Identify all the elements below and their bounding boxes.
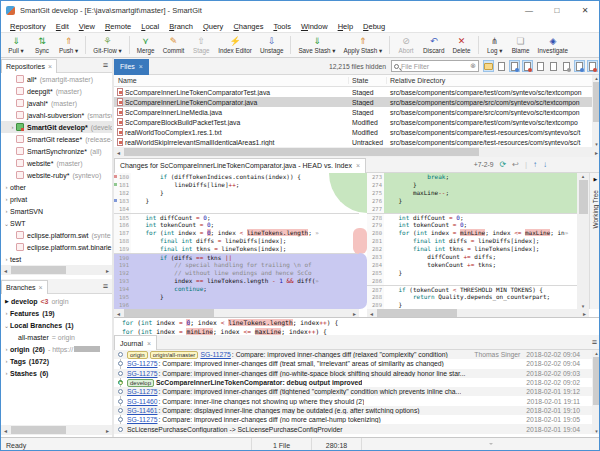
expander-icon[interactable]: ⌄ [3,322,10,329]
undo-icon[interactable]: ↩ [512,160,519,169]
file-filter-removed-icon[interactable] [561,60,572,72]
repository-item[interactable]: eclipse.platform.swt.binarie [1,241,112,253]
file-row[interactable]: ScCompareInnerLineMedia.javaStagedsrc/ba… [114,107,592,117]
clear-filter-icon[interactable]: ⊗ [470,62,476,70]
file-row[interactable]: realWorldTooComplex1.res.1.txtModifiedsr… [114,127,592,137]
tab-repositories[interactable]: Repositories × [1,59,57,73]
journal-commit-row[interactable]: SG-11275: Compare: improved inner-change… [114,415,592,424]
diff-line[interactable]: 191 // special handling for trailing \n … [114,261,359,269]
tab-journal[interactable]: Journal × [114,335,157,350]
menu-item-local[interactable]: Local [136,22,164,31]
repository-item[interactable]: ›other [1,181,112,193]
menu-item-query[interactable]: Query [198,22,228,31]
diff-line[interactable]: 184 [114,205,359,213]
journal-commit-row[interactable]: SG-11275: Compare: improved inner-change… [114,359,592,368]
repositories-hscrollbar[interactable]: ◂ ▸ [1,265,112,275]
file-filter-conflict-icon[interactable] [587,60,598,72]
journal-menu-icon[interactable]: ≡ [592,338,597,347]
column-name[interactable]: Name [114,77,349,84]
file-row[interactable]: ScCompareInnerLineTokenComparatorTest.ja… [114,87,592,97]
diff-line[interactable]: 195 } [114,293,359,301]
file-filter-modified-icon[interactable] [522,60,533,72]
repository-item[interactable]: ›SmartGit develop*(develop [1,121,112,133]
diff-line[interactable]: 275 maxLine--; [367,189,577,197]
files-vscrollbar[interactable]: ▴ ▾ [592,75,600,147]
delete-button[interactable]: ✕Delete [448,34,474,56]
sync-button[interactable]: ⇅Sync [29,34,55,56]
commit-button[interactable]: ✎Commit [159,34,189,56]
diff-line[interactable]: 274 } [367,181,577,189]
menu-item-window[interactable]: Window [296,22,333,31]
index-editor-button[interactable]: ⚡Index Editor [214,34,256,56]
menu-item-branch[interactable]: Branch [164,22,198,31]
repository-item[interactable]: website*(master) [1,157,112,169]
diff-line[interactable]: 192 // without line endings and hence Sc… [114,269,359,277]
file-filter-ignored-icon[interactable] [548,60,559,72]
investigate-button[interactable]: ◈Investigate [534,34,572,56]
file-filter-missing-icon[interactable] [535,60,546,72]
issue-link[interactable]: SG-11460 [127,398,157,405]
previous-change-icon[interactable]: ↑ [533,160,537,169]
diff-line[interactable]: 188 final int diffs = lineDiffs[index]; [114,237,359,245]
repository-item[interactable]: all*(smartgit-master) [1,73,112,85]
files-hscrollbar[interactable]: ◂ ▸ [114,147,600,157]
diff-line[interactable]: 190 if (diffs == tkns || [114,253,359,261]
working-tree-side-tab[interactable]: ▶ Working Tree [589,173,600,309]
expander-icon[interactable]: › [3,208,10,214]
file-row[interactable]: realWorldSkipIrrelevantSmallIdenticalAre… [114,137,592,147]
diff-line[interactable]: 277 [367,205,577,213]
menu-item-remote[interactable]: Remote [100,22,136,31]
branch-item[interactable]: all-master= origin [1,331,112,343]
column-relative-directory[interactable]: Relative Directory [387,77,600,84]
discard-button[interactable]: ↶Discard [419,34,448,56]
menu-item-debug[interactable]: Debug [358,22,390,31]
maximize-button[interactable]: □ [543,1,571,20]
diff-line[interactable]: 282 final int tkns = lineTokens[index]; [367,245,577,253]
repository-item[interactable]: ›SmartSVN [1,205,112,217]
diff-line[interactable]: 185 int diffCount = 0; [114,213,359,221]
file-filter-input[interactable]: File Filter ⊗ [391,60,479,72]
expander-icon[interactable]: › [3,310,10,316]
repository-item[interactable]: ›test [1,253,112,265]
expander-icon[interactable]: ⌄ [3,220,10,227]
issue-link[interactable]: SG-11461 [127,407,157,414]
pull-button[interactable]: ⇓Pull ▾ [3,34,29,56]
show-directories-icon[interactable] [483,60,494,72]
close-icon[interactable]: × [48,63,52,70]
file-filter-staged-icon[interactable] [509,60,520,72]
expander-icon[interactable]: › [3,346,10,352]
menu-item-tools[interactable]: Tools [268,22,296,31]
menu-item-edit[interactable]: Edit [51,22,74,31]
diff-line[interactable]: 279 int tokenCount = 0; [367,221,577,229]
diff-line[interactable]: 286 [367,277,577,285]
repository-item[interactable]: javahl-subversion*(smartsvn [1,109,112,121]
journal-commit-row[interactable]: originorigin/all-masterSG-11275: Compare… [114,350,592,359]
next-change-icon[interactable]: ↓ [543,160,547,169]
diff-line[interactable]: 183 } [114,197,359,205]
git-flow-button[interactable]: ⚘Git-Flow ▾ [89,34,125,56]
diff-line[interactable]: 287 if (tokenCount < THRESHOLD_MIN_TOKEN… [367,285,577,293]
journal-commit-row[interactable]: developScCompareInnerLineTokenComparator… [114,378,592,387]
minimize-button[interactable]: — [515,1,543,20]
log-button[interactable]: ⋔Log ▾ [482,34,508,56]
file-filter-unchanged-icon[interactable] [574,60,585,72]
repository-item[interactable]: ⌄SWT [1,217,112,229]
close-icon[interactable]: × [147,340,151,347]
diff-line[interactable]: 273 break; [367,173,577,181]
close-icon[interactable]: × [39,284,43,291]
branch-item[interactable]: ›Features(19) [1,307,112,319]
repositories-menu-icon[interactable]: ≡ [103,61,108,70]
merge-button[interactable]: ⋎Merge [133,34,159,56]
expander-icon[interactable]: › [3,196,10,202]
branch-item[interactable]: ›origin(26)- https:// [1,343,112,355]
branch-item[interactable]: ▶develop<3origin [1,295,112,307]
apply-stash-button[interactable]: ⇑Apply Stash ▾ [340,34,387,56]
expander-icon[interactable]: › [3,358,10,364]
diff-line[interactable]: 194 continue; [114,285,359,293]
diff-line[interactable]: 289 } [367,301,577,309]
repository-item[interactable]: website-ruby*(syntevo) [1,169,112,181]
diff-line[interactable]: 283 diffCount += diffs; [367,253,577,261]
diff-line[interactable]: 182 } [114,189,359,197]
repository-item[interactable]: ›privat [1,193,112,205]
journal-commit-row[interactable]: SG-11460: Compare: inner-line changes no… [114,396,592,405]
